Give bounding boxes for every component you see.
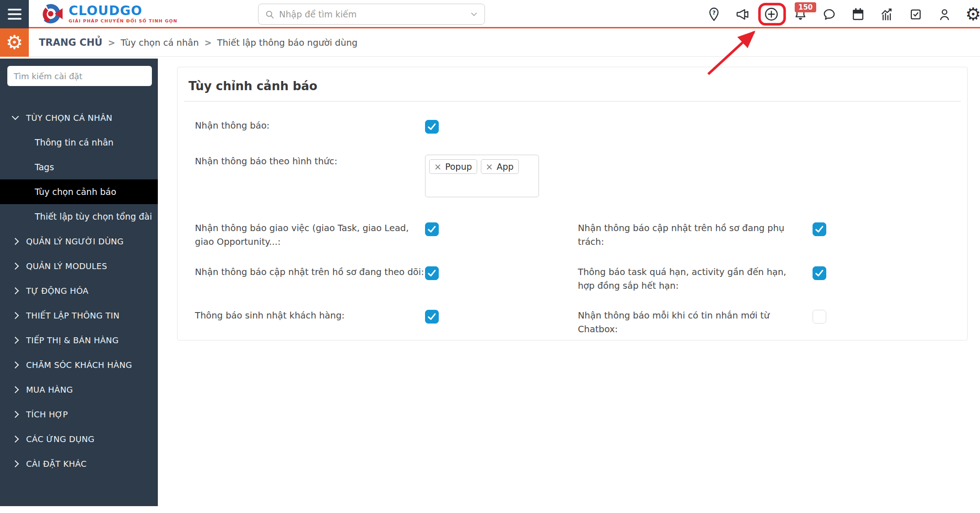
label-receive-notifications: Nhận thông báo: xyxy=(195,119,425,155)
chevron-right-icon xyxy=(12,238,19,245)
cloudgo-logo-mark xyxy=(40,2,64,26)
sidebar-item-user-management[interactable]: QUẢN LÝ NGƯỜI DÙNG xyxy=(0,229,158,254)
sidebar-item-marketing-sales[interactable]: TIẾP THỊ & BÁN HÀNG xyxy=(0,328,158,352)
breadcrumb-item-personal-options[interactable]: Tùy chọn cá nhân xyxy=(121,38,199,48)
sidebar-item-alert-options[interactable]: Tùy chọn cảnh báo xyxy=(0,179,158,204)
analytics-chart-icon[interactable] xyxy=(878,0,895,28)
sidebar-item-modules-management[interactable]: QUẢN LÝ MODULES xyxy=(0,254,158,278)
breadcrumb: TRANG CHỦ > Tùy chọn cá nhân > Thiết lập… xyxy=(39,28,357,57)
breadcrumb-home-link[interactable]: TRANG CHỦ xyxy=(39,37,102,48)
settings-grid: Nhận thông báo: Nhận thông báo theo hình… xyxy=(178,102,967,343)
svg-text:?: ? xyxy=(712,10,715,16)
breadcrumb-bar: ⚙ TRANG CHỦ > Tùy chọn cá nhân > Thiết l… xyxy=(0,28,980,57)
chevron-right-icon xyxy=(12,287,19,294)
chevron-right-icon xyxy=(12,361,19,368)
logo-name: CLOUDGO xyxy=(69,4,178,18)
chevron-right-icon xyxy=(12,410,19,418)
label-followed-record-updates: Nhận thông báo cập nhật trên hồ sơ đang … xyxy=(195,265,425,309)
chevron-down-icon xyxy=(12,113,19,120)
tag-popup: × Popup xyxy=(429,159,477,174)
chevron-right-icon xyxy=(12,336,19,344)
search-icon xyxy=(265,10,275,19)
label-task-assignment-notifications: Nhận thông báo giao việc (giao Task, gia… xyxy=(195,221,425,265)
location-help-icon[interactable]: ? xyxy=(705,0,722,28)
sidebar-item-tags[interactable]: Tags xyxy=(0,155,158,179)
announcements-megaphone-icon[interactable] xyxy=(734,0,751,28)
sidebar-item-personal-options[interactable]: TÙY CHỌN CÁ NHÂN xyxy=(0,105,158,130)
cloudgo-settings-page: CLOUDGO GIẢI PHÁP CHUYỂN ĐỔI SỐ TINH GỌN… xyxy=(0,0,980,513)
notification-format-multiselect[interactable]: × Popup × App xyxy=(425,155,539,197)
breadcrumb-separator: > xyxy=(108,38,115,48)
hamburger-menu-icon[interactable] xyxy=(0,0,29,28)
chevron-right-icon xyxy=(12,312,19,319)
global-search-input[interactable] xyxy=(279,9,465,19)
calendar-icon[interactable] xyxy=(849,0,867,28)
label-notification-formats: Nhận thông báo theo hình thức: xyxy=(195,155,425,221)
settings-section-gear-icon[interactable]: ⚙ xyxy=(0,28,29,57)
tasks-checkbox-icon[interactable] xyxy=(907,0,924,28)
cloudgo-logo[interactable]: CLOUDGO GIẢI PHÁP CHUYỂN ĐỔI SỐ TINH GỌN xyxy=(40,2,178,26)
settings-search-input[interactable] xyxy=(7,66,152,86)
sidebar-item-purchasing[interactable]: MUA HÀNG xyxy=(0,377,158,402)
sidebar-item-info-setup[interactable]: THIẾT LẬP THÔNG TIN xyxy=(0,303,158,328)
sidebar-item-customer-care[interactable]: CHĂM SÓC KHÁCH HÀNG xyxy=(0,352,158,377)
settings-gear-icon[interactable]: ⚙ xyxy=(964,0,980,28)
chevron-right-icon xyxy=(12,262,19,270)
checkbox-owned-record-updates[interactable] xyxy=(813,222,826,236)
alert-settings-card: Tùy chỉnh cảnh báo Nhận thông báo: Nhận … xyxy=(177,67,968,340)
checkbox-receive-notifications[interactable] xyxy=(425,120,439,134)
sidebar-item-other-settings[interactable]: CÀI ĐẶT KHÁC xyxy=(0,451,158,476)
top-bar: CLOUDGO GIẢI PHÁP CHUYỂN ĐỔI SỐ TINH GỌN… xyxy=(0,0,980,28)
label-owned-record-updates: Nhận thông báo cập nhật trên hồ sơ đang … xyxy=(578,221,795,265)
sidebar-item-integration[interactable]: TÍCH HỢP xyxy=(0,402,158,427)
page-title: Tùy chỉnh cảnh báo xyxy=(178,67,967,93)
checkbox-customer-birthday-notifications[interactable] xyxy=(425,310,439,324)
remove-tag-icon[interactable]: × xyxy=(486,162,493,171)
label-customer-birthday-notifications: Thông báo sinh nhật khách hàng: xyxy=(195,309,425,343)
topbar-icon-row: ? xyxy=(705,0,980,28)
breadcrumb-separator: > xyxy=(205,38,212,48)
sidebar-item-applications[interactable]: CÁC ỨNG DỤNG xyxy=(0,427,158,451)
checkbox-task-assignment-notifications[interactable] xyxy=(425,222,439,236)
label-chatbox-message-notifications: Nhận thông báo mỗi khi có tin nhắn mới t… xyxy=(578,309,795,343)
logo-tagline: GIẢI PHÁP CHUYỂN ĐỔI SỐ TINH GỌN xyxy=(69,18,178,23)
checkbox-overdue-task-notifications[interactable] xyxy=(813,266,826,280)
breadcrumb-item-current: Thiết lập thông báo người dùng xyxy=(217,38,358,48)
global-search[interactable] xyxy=(258,4,485,25)
chevron-right-icon xyxy=(12,435,19,443)
notification-count-badge[interactable]: 150 xyxy=(795,2,816,12)
chevron-right-icon xyxy=(12,386,19,393)
profile-user-icon[interactable] xyxy=(936,0,953,28)
chevron-right-icon xyxy=(12,460,19,467)
main-content: Tùy chỉnh cảnh báo Nhận thông báo: Nhận … xyxy=(158,59,980,513)
settings-sidebar: TÙY CHỌN CÁ NHÂN Thông tin cá nhân Tags … xyxy=(0,59,158,506)
chevron-down-icon[interactable] xyxy=(470,10,478,18)
sidebar-item-personal-info[interactable]: Thông tin cá nhân xyxy=(0,130,158,155)
checkbox-followed-record-updates[interactable] xyxy=(425,266,439,280)
chat-icon[interactable] xyxy=(820,0,838,28)
label-overdue-task-notifications: Thông báo task quá hạn, activity gần đến… xyxy=(578,265,795,309)
settings-menu: TÙY CHỌN CÁ NHÂN Thông tin cá nhân Tags … xyxy=(0,105,158,476)
sidebar-item-automation[interactable]: TỰ ĐỘNG HÓA xyxy=(0,278,158,303)
checkbox-chatbox-message-notifications[interactable] xyxy=(813,310,826,324)
tag-app: × App xyxy=(481,159,519,174)
remove-tag-icon[interactable]: × xyxy=(434,162,442,171)
sidebar-item-callcenter-options[interactable]: Thiết lập tùy chọn tổng đài xyxy=(0,204,158,229)
add-new-icon[interactable] xyxy=(763,0,780,28)
